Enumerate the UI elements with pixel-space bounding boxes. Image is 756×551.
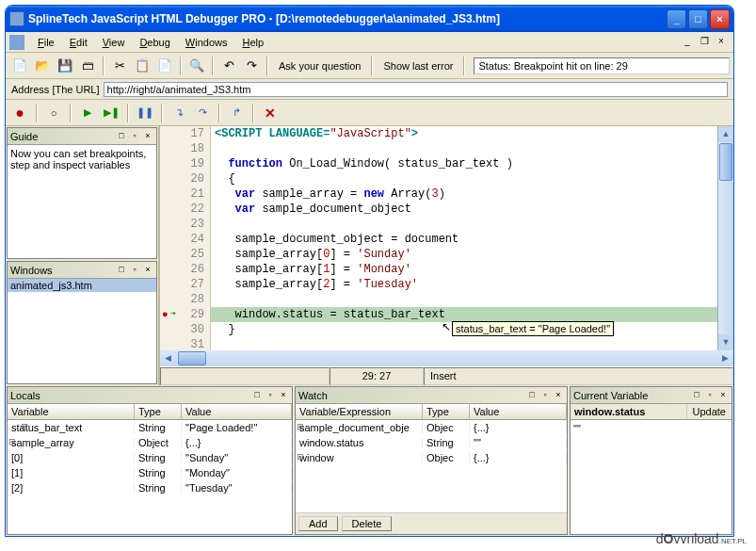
line-number[interactable]: 26 xyxy=(160,262,210,277)
maximize-button[interactable]: □ xyxy=(688,9,708,29)
col-variable[interactable]: Variable xyxy=(8,404,135,419)
redo-icon[interactable]: ↷ xyxy=(241,56,262,76)
scroll-down-icon[interactable]: ▼ xyxy=(718,334,733,350)
col-value[interactable]: Value xyxy=(182,404,292,419)
paste-icon[interactable]: 📄 xyxy=(154,56,175,76)
delete-button[interactable]: Delete xyxy=(342,516,393,531)
code-line[interactable]: sample_document_object = document xyxy=(211,232,717,247)
cut-icon[interactable]: ✂ xyxy=(109,56,130,76)
menu-edit[interactable]: Edit xyxy=(62,35,95,50)
close-panel-icon[interactable]: × xyxy=(142,265,153,276)
menu-view[interactable]: View xyxy=(95,35,133,50)
titlebar[interactable]: SplineTech JavaScript HTML Debugger PRO … xyxy=(6,6,733,32)
breakpoint-icon[interactable]: ○ xyxy=(43,103,64,123)
code-line[interactable]: function On_Load_Window( status_bar_text… xyxy=(211,156,717,171)
table-row[interactable]: [0]String"Sunday" xyxy=(8,450,292,465)
code-line[interactable]: <SCRIPT LANGUAGE="JavaScript"> xyxy=(211,126,717,141)
line-number[interactable]: 19 xyxy=(160,156,210,171)
watch-header[interactable]: Watch □▫× xyxy=(296,387,567,404)
new-icon[interactable]: 📄 xyxy=(9,56,30,76)
copy-icon[interactable]: 📋 xyxy=(132,56,153,76)
vertical-scrollbar[interactable]: ▲ ▼ xyxy=(717,126,733,350)
code-line[interactable]: sample_array[0] = 'Sunday' xyxy=(211,247,717,262)
table-row[interactable]: windowObjec{...} xyxy=(296,450,567,465)
menu-help[interactable]: Help xyxy=(234,35,271,50)
code-line[interactable] xyxy=(211,292,717,307)
scroll-right-icon[interactable]: ▶ xyxy=(717,350,733,366)
pin-icon[interactable]: □ xyxy=(116,131,127,142)
minimize-panel-icon[interactable]: ▫ xyxy=(129,131,140,142)
code-line[interactable]: sample_array[1] = 'Monday' xyxy=(211,262,717,277)
mdi-close[interactable]: × xyxy=(715,36,728,49)
line-number[interactable]: 20 xyxy=(160,171,210,186)
code-line[interactable] xyxy=(211,337,717,350)
step-into-icon[interactable]: ↴ xyxy=(169,103,189,123)
close-button[interactable]: × xyxy=(710,9,730,29)
menu-debug[interactable]: Debug xyxy=(132,35,177,50)
code-line[interactable]: sample_array[2] = 'Tuesday' xyxy=(211,277,717,292)
run-icon[interactable]: ▶ xyxy=(77,103,98,123)
code-line[interactable] xyxy=(211,141,717,156)
line-number[interactable]: 31 xyxy=(160,337,210,350)
code-line[interactable]: { xyxy=(211,171,717,186)
line-number[interactable]: 25 xyxy=(160,247,210,262)
line-gutter[interactable]: 171819202122232425262728293031 xyxy=(160,126,211,350)
line-number[interactable]: 17 xyxy=(160,126,210,141)
pin-icon[interactable]: □ xyxy=(116,265,127,276)
saveall-icon[interactable]: 🗃 xyxy=(77,56,98,76)
close-panel-icon[interactable]: × xyxy=(142,131,153,142)
update-button[interactable]: Update xyxy=(686,404,732,419)
open-icon[interactable]: 📂 xyxy=(32,56,53,76)
undo-icon[interactable]: ↶ xyxy=(218,56,239,76)
step-over-icon[interactable]: ↷ xyxy=(192,103,213,123)
stop-icon[interactable]: ✕ xyxy=(260,103,281,123)
show-last-error-link[interactable]: Show last error xyxy=(378,60,458,72)
line-number[interactable]: 18 xyxy=(160,141,210,156)
col-type[interactable]: Type xyxy=(135,404,182,419)
minimize-panel-icon[interactable]: ▫ xyxy=(129,265,140,276)
line-number[interactable]: 24 xyxy=(160,232,210,247)
window-list-item[interactable]: animated_js3.htm xyxy=(8,279,156,292)
ask-question-link[interactable]: Ask your question xyxy=(273,60,366,72)
add-button[interactable]: Add xyxy=(298,516,338,531)
code-line[interactable] xyxy=(211,217,717,232)
line-number[interactable]: 28 xyxy=(160,292,210,307)
line-number[interactable]: 27 xyxy=(160,277,210,292)
save-icon[interactable]: 💾 xyxy=(55,56,75,76)
hscroll-thumb[interactable] xyxy=(178,351,206,365)
table-row[interactable]: sample_arrayObject{...} xyxy=(8,435,292,450)
code-line[interactable]: var sample_document_object xyxy=(211,202,717,217)
curvar-header[interactable]: Current Variable □▫× xyxy=(571,387,732,404)
line-number[interactable]: 21 xyxy=(160,186,210,202)
code-line[interactable]: window.status = status_bar_text xyxy=(211,307,717,322)
scroll-thumb[interactable] xyxy=(719,143,732,181)
col-type[interactable]: Type xyxy=(423,404,470,419)
table-row[interactable]: [1]String"Monday" xyxy=(8,465,292,480)
menu-windows[interactable]: Windows xyxy=(178,35,235,50)
guide-header[interactable]: Guide □ ▫ × xyxy=(8,128,156,145)
col-value[interactable]: Value xyxy=(470,404,567,419)
minimize-button[interactable]: _ xyxy=(667,9,686,29)
code-line[interactable]: var sample_array = new Array(3) xyxy=(211,186,717,202)
mdi-restore[interactable]: ❐ xyxy=(698,36,711,49)
locals-header[interactable]: Locals □▫× xyxy=(8,387,292,404)
scroll-up-icon[interactable]: ▲ xyxy=(718,126,733,142)
line-number[interactable]: 23 xyxy=(160,217,210,232)
line-number[interactable]: 30 xyxy=(160,322,210,337)
line-number[interactable]: 29 xyxy=(160,307,210,322)
table-row[interactable]: status_bar_textString"Page Loaded!" xyxy=(8,420,292,435)
table-row[interactable]: window.statusString"" xyxy=(296,435,567,450)
windows-header[interactable]: Windows □ ▫ × xyxy=(8,262,156,279)
table-row[interactable]: [2]String"Tuesday" xyxy=(8,480,292,495)
step-out-icon[interactable]: ↱ xyxy=(226,103,247,123)
curvar-value[interactable]: "" xyxy=(571,420,732,534)
code-editor[interactable]: <SCRIPT LANGUAGE="JavaScript"> function … xyxy=(211,126,717,350)
address-input[interactable] xyxy=(104,82,728,97)
scroll-left-icon[interactable]: ◀ xyxy=(160,350,176,366)
find-icon[interactable]: 🔍 xyxy=(186,56,207,76)
mdi-minimize[interactable]: _ xyxy=(681,36,694,49)
pause-icon[interactable]: ❚❚ xyxy=(135,103,155,123)
horizontal-scrollbar[interactable]: ◀ ▶ xyxy=(160,350,733,366)
menu-file[interactable]: File xyxy=(30,35,62,50)
col-expression[interactable]: Variable/Expression xyxy=(296,404,423,419)
